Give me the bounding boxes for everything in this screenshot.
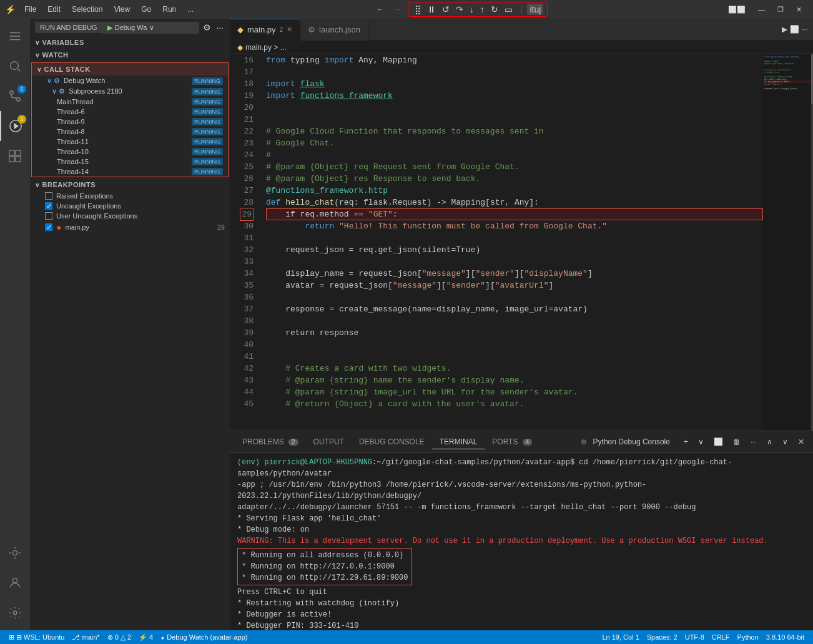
bp-raised-label: Raised Exceptions [56, 192, 113, 200]
terminal-split-button[interactable]: ⬜ [710, 436, 727, 447]
activity-search[interactable] [0, 51, 30, 81]
status-ports[interactable]: ⚡ 4 [135, 630, 157, 644]
activity-run-debug[interactable]: 1 [0, 111, 30, 141]
code-editor[interactable]: 16 17 18 19 20 21 22 23 24 25 26 27 28 2… [230, 54, 763, 431]
status-eol[interactable]: CRLF [708, 633, 734, 641]
debug-step-into-icon[interactable]: ↓ [467, 4, 476, 15]
terminal-trash-icon[interactable]: 🗑 [729, 436, 744, 447]
activity-explorer[interactable] [0, 21, 30, 51]
callstack-item-thread10[interactable]: Thread-10 RUNNING [32, 147, 228, 157]
menu-go[interactable]: Go [136, 4, 156, 15]
terminal-content[interactable]: (env) pierrick@LAPTOP-HKU5PNNG:~/git/goo… [230, 453, 813, 630]
terminal-more-icon[interactable]: ··· [747, 436, 761, 447]
bp-user-uncaught-checkbox[interactable] [45, 212, 52, 220]
code-line-24: # [266, 149, 763, 161]
callstack-item-thread15[interactable]: Thread-15 RUNNING [32, 157, 228, 167]
callstack-item-thread14[interactable]: Thread-14 RUNNING [32, 167, 228, 177]
menu-run[interactable]: Run [157, 4, 181, 15]
tab-output[interactable]: OUTPUT [306, 435, 352, 449]
tab-problems[interactable]: PROBLEMS 2 [235, 435, 306, 449]
window-close[interactable]: ✕ [790, 3, 808, 16]
watch-section: ∨ WATCH [30, 49, 230, 61]
menu-edit[interactable]: Edit [42, 4, 66, 15]
activity-source-control[interactable]: 5 [0, 81, 30, 111]
wsl-icon: ⊞ [9, 633, 14, 642]
menu-more[interactable]: ... [182, 4, 199, 15]
status-errors[interactable]: ⊗ 0 △ 2 [104, 630, 135, 644]
nav-back-button[interactable]: ← [373, 4, 388, 15]
callstack-item-thread9[interactable]: Thread-9 RUNNING [32, 117, 228, 127]
activity-settings[interactable] [0, 598, 30, 628]
window-minimize[interactable]: — [752, 3, 771, 16]
run-debug-button[interactable]: RUN AND DEBUG [35, 22, 102, 33]
more-icon[interactable]: ··· [215, 21, 225, 34]
debug-step-out-icon[interactable]: ↑ [478, 4, 487, 15]
code-line-33 [266, 256, 763, 268]
debug-step-over-icon[interactable]: ↷ [453, 4, 466, 15]
debug-stop-icon[interactable]: ↻ [488, 4, 501, 15]
window-maximize[interactable]: ❐ [771, 3, 790, 16]
menu-file[interactable]: File [19, 4, 41, 15]
terminal-expand-icon[interactable]: ∨ [779, 436, 792, 447]
debug-restart-icon[interactable]: ↺ [440, 4, 452, 15]
status-wsl[interactable]: ⊞ ⊞ WSL: Ubuntu [5, 630, 68, 644]
code-content[interactable]: from typing import Any, Mapping import f… [261, 54, 763, 431]
callstack-item-thread6[interactable]: Thread-6 RUNNING [32, 107, 228, 117]
layout-icon[interactable]: ⬜⬜ [722, 3, 752, 16]
callstack-status-badge: RUNNING [192, 77, 223, 85]
status-version[interactable]: 3.8.10 64-bit [762, 633, 808, 641]
menu-selection[interactable]: Selection [67, 4, 107, 15]
terminal-collapse-icon[interactable]: ∧ [763, 436, 776, 447]
terminal-chevron-down[interactable]: ∨ [694, 436, 707, 447]
tab-ports[interactable]: PORTS 4 [485, 435, 540, 449]
nav-fwd-button[interactable]: → [390, 4, 405, 15]
callstack-item-debug-watch[interactable]: ∨ ⚙ Debug Watch RUNNING [32, 76, 228, 86]
status-debug[interactable]: ⬥ Debug Watch (avatar-app) [157, 630, 251, 644]
editor-area: ◆ main.py 2 ✕ ⚙ launch.json ▶ ⬜ ··· ◆ ma… [230, 19, 813, 630]
tab-main-py[interactable]: ◆ main.py 2 ✕ [230, 19, 300, 41]
debug-pause-icon[interactable]: ⣿ [412, 4, 423, 15]
debug-disconnect-icon[interactable]: ▭ [502, 4, 515, 15]
bp-raised-exceptions-checkbox[interactable] [45, 192, 52, 200]
tab-launch-json[interactable]: ⚙ launch.json [300, 19, 368, 41]
activity-remote[interactable] [0, 538, 30, 568]
activity-extensions[interactable] [0, 141, 30, 171]
callstack-item-thread8[interactable]: Thread-8 RUNNING [32, 127, 228, 137]
tab-debug-console[interactable]: DEBUG CONSOLE [352, 435, 432, 449]
ports-label: ⚡ 4 [139, 633, 153, 642]
tab-terminal[interactable]: TERMINAL [432, 435, 485, 449]
code-line-40 [266, 339, 763, 351]
status-branch[interactable]: ⎇ main* [68, 630, 103, 644]
more-actions-icon[interactable]: ··· [802, 25, 808, 34]
run-icon[interactable]: ▶ [782, 25, 787, 34]
variables-header[interactable]: ∨ VARIABLES [30, 36, 230, 49]
tab-close-main[interactable]: ✕ [287, 26, 292, 34]
watch-header[interactable]: ∨ WATCH [30, 49, 230, 61]
breakpoints-header[interactable]: ∨ BREAKPOINTS [30, 178, 230, 191]
debug-pause-button[interactable]: ⏸ [425, 4, 438, 15]
line-numbers: 16 17 18 19 20 21 22 23 24 25 26 27 28 2… [230, 54, 261, 431]
status-language[interactable]: Python [734, 633, 762, 641]
terminal-add-button[interactable]: + [680, 436, 692, 447]
vscode-icon: ⚡ [5, 4, 16, 14]
menu-bar: File Edit Selection View Go Run ... [19, 4, 199, 15]
debug-config-selector[interactable]: ▶ Debug Wa ∨ [102, 22, 200, 34]
bp-main-py-checkbox[interactable]: ✓ [45, 223, 52, 231]
callstack-item-subprocess[interactable]: ∨ ⚙ Subprocess 2180 RUNNING [32, 86, 228, 97]
status-spaces[interactable]: Spaces: 2 [643, 633, 681, 641]
callstack-header[interactable]: ∨ CALL STACK [32, 63, 228, 76]
activity-account[interactable] [0, 568, 30, 598]
bp-uncaught-exceptions-checkbox[interactable]: ✓ [45, 202, 52, 210]
code-line-21 [266, 114, 763, 125]
status-encoding[interactable]: UTF-8 [681, 633, 708, 641]
split-editor-icon[interactable]: ⬜ [790, 25, 799, 34]
gear-icon[interactable]: ⚙ [202, 21, 212, 34]
terminal-line-5: * Debug mode: on [237, 524, 806, 535]
terminal-close-icon[interactable]: ✕ [794, 436, 808, 447]
status-position[interactable]: Ln 19, Col 1 [598, 633, 643, 641]
callstack-item-mainthread[interactable]: MainThread RUNNING [32, 97, 228, 107]
menu-view[interactable]: View [109, 4, 135, 15]
debug-sep: | [518, 4, 525, 15]
run-debug-badge: 1 [17, 115, 26, 124]
callstack-item-thread11[interactable]: Thread-11 RUNNING [32, 137, 228, 147]
